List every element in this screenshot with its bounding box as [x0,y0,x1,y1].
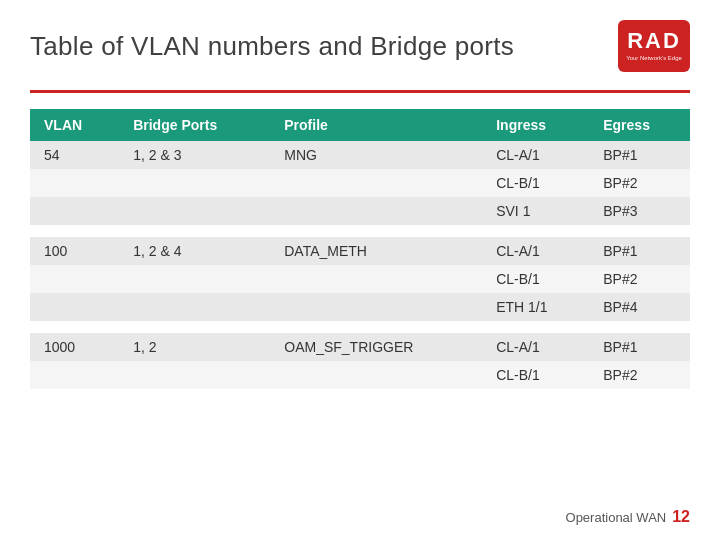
cell-vlan [30,169,119,197]
table-row: 10001, 2OAM_SF_TRIGGERCL-A/1BP#1 [30,333,690,361]
table-body: 541, 2 & 3MNGCL-A/1BP#1CL-B/1BP#2SVI 1BP… [30,141,690,389]
cell-bridge-ports: 1, 2 & 3 [119,141,270,169]
cell-vlan [30,361,119,389]
logo: RAD Your Network's Edge [618,20,690,72]
table-row: CL-B/1BP#2 [30,361,690,389]
cell-bridge-ports [119,293,270,321]
vlan-table: VLAN Bridge Ports Profile Ingress Egress… [30,109,690,389]
cell-egress: BP#4 [589,293,690,321]
cell-vlan: 1000 [30,333,119,361]
cell-egress: BP#1 [589,237,690,265]
cell-profile [270,265,482,293]
page-title: Table of VLAN numbers and Bridge ports [30,31,514,62]
cell-profile [270,361,482,389]
table-row: 1001, 2 & 4DATA_METHCL-A/1BP#1 [30,237,690,265]
cell-egress: BP#2 [589,169,690,197]
table-row: 541, 2 & 3MNGCL-A/1BP#1 [30,141,690,169]
cell-vlan [30,265,119,293]
cell-bridge-ports [119,197,270,225]
col-egress: Egress [589,109,690,141]
table-row: ETH 1/1BP#4 [30,293,690,321]
table-row: CL-B/1BP#2 [30,169,690,197]
cell-profile [270,293,482,321]
title-divider [30,90,690,93]
cell-ingress: SVI 1 [482,197,589,225]
cell-egress: BP#1 [589,141,690,169]
cell-ingress: CL-B/1 [482,265,589,293]
cell-egress: BP#3 [589,197,690,225]
footer-page: 12 [672,508,690,526]
cell-profile: OAM_SF_TRIGGER [270,333,482,361]
cell-ingress: ETH 1/1 [482,293,589,321]
cell-bridge-ports [119,169,270,197]
table-row: CL-B/1BP#2 [30,265,690,293]
cell-bridge-ports: 1, 2 & 4 [119,237,270,265]
logo-tagline: Your Network's Edge [626,55,682,62]
table-row: SVI 1BP#3 [30,197,690,225]
cell-vlan [30,293,119,321]
cell-bridge-ports: 1, 2 [119,333,270,361]
cell-ingress: CL-A/1 [482,237,589,265]
cell-egress: BP#1 [589,333,690,361]
col-bridge-ports: Bridge Ports [119,109,270,141]
cell-ingress: CL-A/1 [482,333,589,361]
cell-vlan: 100 [30,237,119,265]
col-ingress: Ingress [482,109,589,141]
cell-profile [270,197,482,225]
cell-profile [270,169,482,197]
vlan-table-container: VLAN Bridge Ports Profile Ingress Egress… [30,109,690,389]
cell-vlan: 54 [30,141,119,169]
title-bar: Table of VLAN numbers and Bridge ports R… [30,20,690,72]
cell-profile: MNG [270,141,482,169]
col-vlan: VLAN [30,109,119,141]
spacer-row [30,321,690,333]
cell-ingress: CL-A/1 [482,141,589,169]
footer: Operational WAN 12 [566,508,690,526]
logo-brand: RAD [627,30,681,52]
cell-profile: DATA_METH [270,237,482,265]
cell-ingress: CL-B/1 [482,361,589,389]
spacer-row [30,225,690,237]
cell-bridge-ports [119,361,270,389]
cell-egress: BP#2 [589,361,690,389]
slide: Table of VLAN numbers and Bridge ports R… [0,0,720,540]
cell-bridge-ports [119,265,270,293]
table-header: VLAN Bridge Ports Profile Ingress Egress [30,109,690,141]
col-profile: Profile [270,109,482,141]
footer-label: Operational WAN [566,510,667,525]
cell-vlan [30,197,119,225]
cell-egress: BP#2 [589,265,690,293]
cell-ingress: CL-B/1 [482,169,589,197]
